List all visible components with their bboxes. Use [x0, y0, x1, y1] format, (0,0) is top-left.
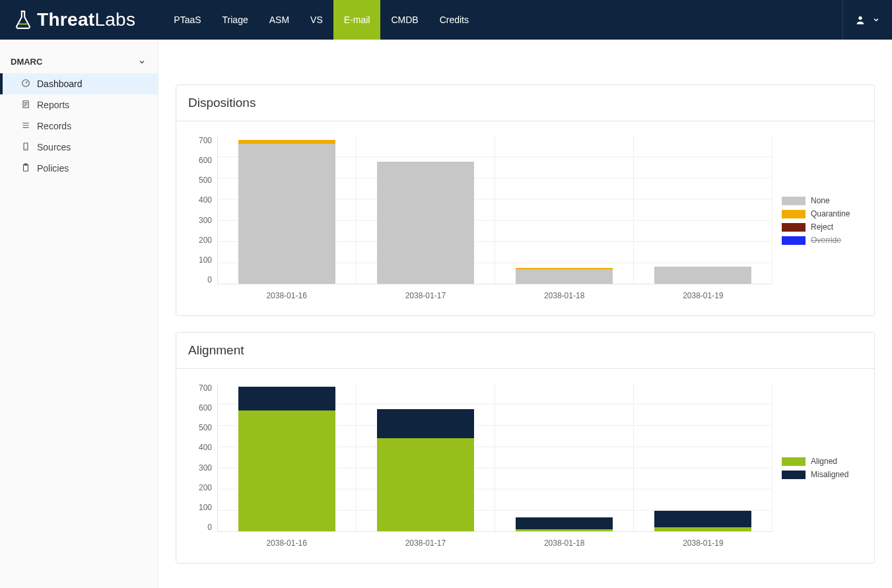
- bar-segment-misaligned: [238, 387, 335, 410]
- nav-item-asm[interactable]: ASM: [259, 0, 300, 40]
- brand-bold: Threat: [37, 9, 94, 30]
- primary-nav: PTaaSTriageASMVSE-mailCMDBCredits: [163, 0, 479, 40]
- sidebar-item-label: Records: [37, 121, 71, 131]
- y-tick: 300: [199, 216, 212, 225]
- chart-column: [634, 383, 772, 531]
- chart-bar[interactable]: [238, 140, 335, 284]
- y-tick: 200: [199, 483, 212, 492]
- chart-bar[interactable]: [516, 517, 612, 531]
- dispositions-chart: 7006005004003002001000 2038-01-162038-01…: [189, 133, 861, 308]
- sidebar-item-dashboard[interactable]: Dashboard: [0, 73, 158, 94]
- y-tick: 100: [199, 503, 212, 512]
- chart-column: [357, 136, 495, 284]
- legend-swatch: [782, 197, 806, 205]
- x-tick: 2038-01-17: [356, 539, 495, 548]
- legend-label: Misaligned: [811, 470, 848, 479]
- user-menu[interactable]: [842, 0, 892, 40]
- legend-label: Quarantine: [811, 209, 850, 218]
- sidebar-item-label: Policies: [37, 163, 69, 174]
- legend-label: Aligned: [811, 457, 837, 466]
- y-tick: 400: [199, 195, 212, 205]
- chart-bar[interactable]: [377, 409, 473, 531]
- y-tick: 700: [199, 136, 212, 145]
- chart-column: [218, 136, 357, 284]
- sidebar-item-label: Sources: [37, 142, 71, 152]
- legend-item-aligned[interactable]: Aligned: [782, 457, 861, 466]
- legend-swatch: [782, 457, 806, 466]
- chart-bar[interactable]: [516, 268, 612, 284]
- list-icon: [21, 121, 30, 132]
- legend-item-quarantine[interactable]: Quarantine: [782, 209, 861, 218]
- bar-segment-misaligned: [516, 517, 612, 529]
- x-tick: 2038-01-16: [217, 291, 356, 300]
- bar-segment-none: [377, 162, 473, 284]
- dispositions-title: Dispositions: [176, 85, 874, 121]
- top-navbar: ThreatLabs PTaaSTriageASMVSE-mailCMDBCre…: [0, 0, 892, 40]
- user-icon: [855, 15, 866, 25]
- alignment-card: Alignment 7006005004003002001000 2038-01…: [176, 332, 875, 564]
- sidebar-item-policies[interactable]: Policies: [0, 158, 158, 179]
- x-tick: 2038-01-19: [634, 539, 772, 548]
- sidebar-item-label: Dashboard: [37, 79, 83, 89]
- y-tick: 600: [199, 403, 212, 412]
- nav-item-cmdb[interactable]: CMDB: [380, 0, 429, 40]
- chart-bar[interactable]: [654, 511, 751, 531]
- chart-column: [495, 383, 634, 531]
- nav-item-triage[interactable]: Triage: [212, 0, 259, 40]
- legend-item-override[interactable]: Override: [782, 236, 861, 245]
- alignment-title: Alignment: [176, 333, 874, 369]
- x-tick: 2038-01-16: [217, 539, 356, 548]
- legend-item-reject[interactable]: Reject: [782, 222, 861, 232]
- y-tick: 0: [207, 523, 212, 532]
- chart-column: [634, 136, 772, 284]
- bar-segment-aligned: [516, 529, 612, 531]
- y-tick: 200: [199, 236, 212, 245]
- bar-segment-misaligned: [377, 409, 473, 438]
- legend-label: None: [811, 196, 830, 205]
- sidebar-group-label: DMARC: [11, 57, 42, 67]
- gauge-icon: [21, 79, 30, 90]
- bar-segment-misaligned: [654, 511, 751, 527]
- legend-label: Override: [811, 236, 841, 245]
- legend-swatch: [782, 210, 806, 218]
- device-icon: [21, 142, 30, 153]
- sidebar-group-dmarc[interactable]: DMARC: [0, 48, 158, 73]
- brand-light: Labs: [94, 9, 135, 30]
- legend-item-misaligned[interactable]: Misaligned: [782, 470, 861, 479]
- doc-icon: [21, 100, 30, 111]
- dispositions-card: Dispositions 7006005004003002001000 2038…: [176, 84, 875, 316]
- chevron-down-icon: [872, 16, 880, 24]
- bar-segment-aligned: [654, 527, 751, 531]
- legend-swatch: [782, 471, 806, 479]
- sidebar: DMARC DashboardReportsRecordsSourcesPoli…: [0, 40, 158, 588]
- chart-column: [218, 383, 357, 531]
- sidebar-item-reports[interactable]: Reports: [0, 94, 158, 115]
- y-tick: 400: [199, 443, 212, 452]
- x-tick: 2038-01-17: [356, 291, 495, 300]
- nav-item-ptaas[interactable]: PTaaS: [163, 0, 211, 40]
- y-tick: 300: [199, 463, 212, 473]
- bar-segment-none: [654, 267, 751, 284]
- chart-column: [495, 136, 634, 284]
- nav-item-e-mail[interactable]: E-mail: [333, 0, 381, 40]
- bar-segment-none: [516, 269, 612, 284]
- y-tick: 0: [207, 275, 212, 284]
- chart-bar[interactable]: [654, 267, 751, 284]
- sidebar-item-records[interactable]: Records: [0, 115, 158, 137]
- sidebar-item-sources[interactable]: Sources: [0, 137, 158, 158]
- bar-segment-none: [238, 144, 335, 284]
- legend-item-none[interactable]: None: [782, 196, 861, 205]
- x-tick: 2038-01-18: [495, 291, 634, 300]
- y-tick: 500: [199, 423, 212, 432]
- brand-logo[interactable]: ThreatLabs: [0, 0, 150, 40]
- chevron-down-icon: [138, 58, 146, 66]
- y-tick: 700: [199, 383, 212, 393]
- y-tick: 600: [199, 156, 212, 165]
- chart-bar[interactable]: [238, 387, 335, 531]
- chart-bar[interactable]: [377, 162, 473, 284]
- bar-segment-aligned: [377, 438, 473, 531]
- x-tick: 2038-01-18: [495, 539, 634, 548]
- sidebar-item-label: Reports: [37, 100, 69, 110]
- nav-item-credits[interactable]: Credits: [429, 0, 479, 40]
- nav-item-vs[interactable]: VS: [300, 0, 333, 40]
